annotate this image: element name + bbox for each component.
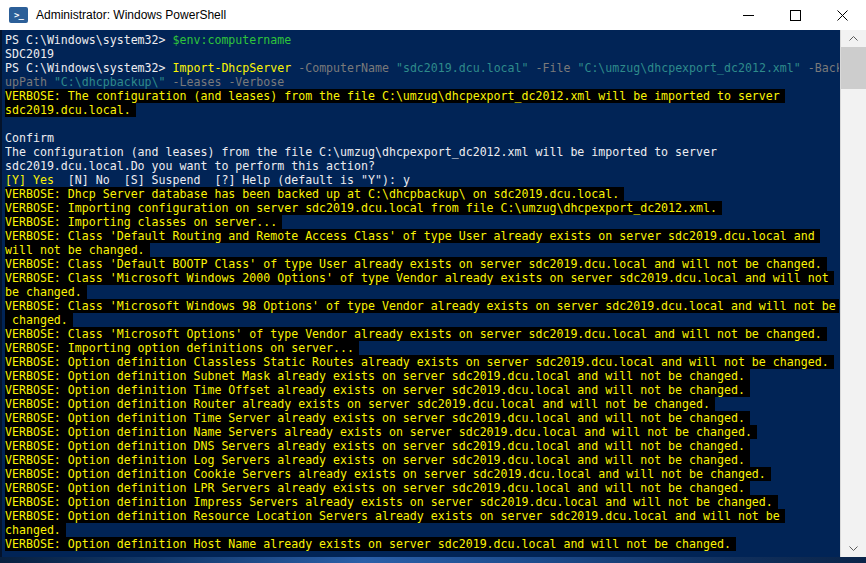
- terminal-line: VERBOSE: Option definition Resource Loca…: [5, 509, 839, 523]
- minimize-button[interactable]: [725, 0, 772, 30]
- maximize-button[interactable]: [772, 0, 819, 30]
- console-area[interactable]: PS C:\Windows\system32> $env:computernam…: [0, 30, 866, 557]
- terminal-line: be changed.: [5, 285, 839, 299]
- terminal-line: VERBOSE: Option definition Time Offset a…: [5, 383, 839, 397]
- scroll-down-button[interactable]: [841, 540, 866, 557]
- terminal-line: VERBOSE: Option definition LPR Servers a…: [5, 481, 839, 495]
- terminal-line: VERBOSE: Class 'Microsoft Windows 98 Opt…: [5, 299, 839, 313]
- terminal-line: upPath "C:\dhcpbackup\" -Leases -Verbose: [5, 75, 839, 89]
- close-icon: [837, 10, 848, 21]
- terminal-line: VERBOSE: Option definition Name Servers …: [5, 425, 839, 439]
- title-bar[interactable]: >_ Administrator: Windows PowerShell: [0, 0, 866, 30]
- terminal-line: The configuration (and leases) from the …: [5, 145, 839, 159]
- window-controls: [725, 0, 866, 30]
- chevron-up-icon: [849, 36, 858, 41]
- terminal-line: VERBOSE: Importing classes on server...: [5, 215, 839, 229]
- terminal-line: VERBOSE: Class 'Default BOOTP Class' of …: [5, 257, 839, 271]
- terminal-line: VERBOSE: Option definition Host Name alr…: [5, 537, 839, 551]
- terminal-line: VERBOSE: Importing configuration on serv…: [5, 201, 839, 215]
- terminal-line: VERBOSE: Class 'Microsoft Options' of ty…: [5, 327, 839, 341]
- terminal-line: changed.: [5, 523, 839, 537]
- terminal-line: VERBOSE: Option definition Log Servers a…: [5, 453, 839, 467]
- terminal-line: PS C:\Windows\system32> Import-DhcpServe…: [5, 61, 839, 75]
- terminal-line: VERBOSE: Option definition Time Server a…: [5, 411, 839, 425]
- terminal-line: VERBOSE: Option definition Cookie Server…: [5, 467, 839, 481]
- vertical-scrollbar[interactable]: [840, 30, 866, 557]
- minimize-icon: [743, 15, 754, 16]
- chevron-down-icon: [849, 546, 858, 551]
- maximize-icon: [790, 10, 801, 21]
- powershell-icon[interactable]: >_: [9, 7, 28, 23]
- terminal-line: VERBOSE: Class 'Default Routing and Remo…: [5, 229, 839, 243]
- terminal-line: VERBOSE: Option definition Impress Serve…: [5, 495, 839, 509]
- terminal-line: will not be changed.: [5, 243, 839, 257]
- terminal-line: VERBOSE: Option definition Classless Sta…: [5, 355, 839, 369]
- terminal-line: VERBOSE: Option definition Subnet Mask a…: [5, 369, 839, 383]
- terminal-line: VERBOSE: Importing option definitions on…: [5, 341, 839, 355]
- close-button[interactable]: [819, 0, 866, 30]
- terminal-line: sdc2019.dcu.local.: [5, 103, 839, 117]
- terminal-line: VERBOSE: Class 'Microsoft Windows 2000 O…: [5, 271, 839, 285]
- terminal-line: PS C:\Windows\system32> $env:computernam…: [5, 33, 839, 47]
- terminal-line: VERBOSE: Option definition DNS Servers a…: [5, 439, 839, 453]
- scroll-up-button[interactable]: [841, 30, 866, 47]
- terminal-line: SDC2019: [5, 47, 839, 61]
- terminal-line: VERBOSE: Dhcp Server database has been b…: [5, 187, 839, 201]
- terminal-line: VERBOSE: The configuration (and leases) …: [5, 89, 839, 103]
- terminal-line: VERBOSE: Option definition Router alread…: [5, 397, 839, 411]
- terminal[interactable]: PS C:\Windows\system32> $env:computernam…: [5, 33, 839, 557]
- terminal-line: [Y] Yes [N] No [S] Suspend [?] Help (def…: [5, 173, 839, 187]
- terminal-line: sdc2019.dcu.local.Do you want to perform…: [5, 159, 839, 173]
- terminal-line: [5, 117, 839, 131]
- terminal-line: changed.: [5, 313, 839, 327]
- terminal-line: Confirm: [5, 131, 839, 145]
- window-bottom-edge: [0, 557, 866, 563]
- window-title: Administrator: Windows PowerShell: [36, 8, 226, 22]
- scrollbar-thumb[interactable]: [841, 47, 866, 89]
